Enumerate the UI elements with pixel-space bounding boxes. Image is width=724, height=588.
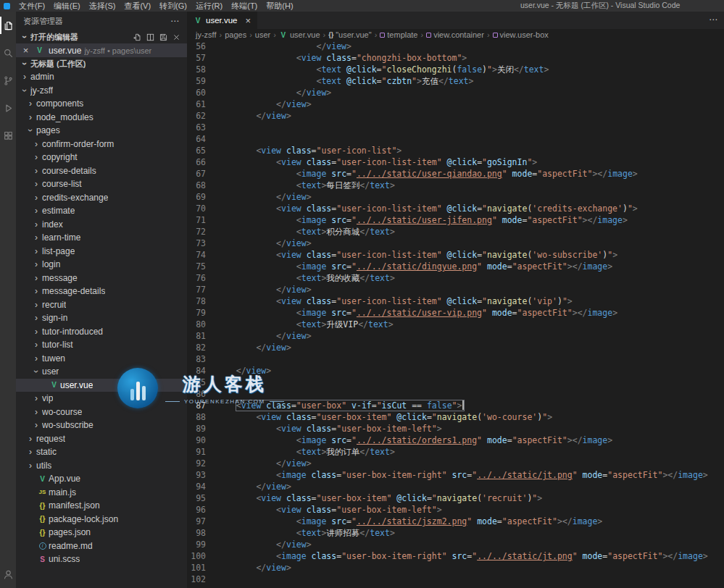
tree-item-learn-time[interactable]: ›learn-time [16, 231, 187, 245]
explorer-icon[interactable] [0, 12, 16, 39]
code-line-98[interactable]: 98 <text>讲师招募</text> [187, 527, 724, 539]
code-line-65[interactable]: 65 <view class="user-icon-list"> [187, 145, 724, 156]
menu-item[interactable]: 终端(T) [227, 1, 262, 12]
code-line-70[interactable]: 70 <view class="user-icon-list-item" @cl… [187, 203, 724, 214]
menu-item[interactable]: 查看(V) [120, 1, 155, 12]
code-line-75[interactable]: 75 <image src="../../static/dingyue.png"… [187, 261, 724, 272]
menu-item[interactable]: 编辑(E) [49, 1, 85, 12]
code-line-59[interactable]: 59 <text @click="czbtn">充值</text> [187, 75, 724, 87]
code-line-82[interactable]: 82 </view> [187, 342, 724, 353]
tree-item-tuwen[interactable]: ›tuwen [16, 352, 187, 366]
new-file-icon[interactable] [132, 32, 142, 42]
code-line-93[interactable]: 93 <image class="user-box-item-right" sr… [187, 469, 724, 481]
code-line-78[interactable]: 78 <view class="user-icon-list-item" @cl… [187, 295, 724, 307]
tree-item-estimate[interactable]: ›estimate [16, 204, 187, 218]
code-line-58[interactable]: 58 <text @click="closeChongzhi(false)">关… [187, 64, 724, 75]
breadcrumb-item[interactable]: jy-zsff [196, 30, 217, 39]
code-line-68[interactable]: 68 <text>每日签到</text> [187, 180, 724, 191]
code-line-91[interactable]: 91 <text>我的订单</text> [187, 446, 724, 458]
tree-item-wo-subscribe[interactable]: ›wo-subscribe [16, 419, 187, 432]
close-all-editors-icon[interactable] [171, 32, 181, 42]
save-all-icon[interactable] [158, 32, 168, 42]
tree-item-sign-in[interactable]: ›sign-in [16, 311, 187, 325]
code-line-62[interactable]: 62 </view> [187, 110, 724, 122]
code-line-61[interactable]: 61 </view> [187, 98, 724, 110]
source-control-icon[interactable] [0, 67, 16, 94]
code-line-79[interactable]: 79 <image src="../../static/user-vip.png… [187, 307, 724, 319]
menu-item[interactable]: 转到(G) [155, 1, 191, 12]
breadcrumb-item[interactable]: user [255, 30, 270, 39]
tree-item-readme.md[interactable]: ireadme.md [16, 539, 187, 553]
code-line-90[interactable]: 90 <image src="../../static/orders1.png"… [187, 434, 724, 446]
code-line-74[interactable]: 74 <view class="user-icon-list-item" @cl… [187, 249, 724, 261]
code-line-92[interactable]: 92 </view> [187, 458, 724, 469]
tree-item-confirm-order-form[interactable]: ›confirm-order-form [16, 138, 187, 151]
code-line-66[interactable]: 66 <view class="user-icon-list-item" @cl… [187, 156, 724, 168]
tree-item-message[interactable]: ›message [16, 272, 187, 285]
search-icon[interactable] [0, 39, 16, 67]
code-line-71[interactable]: 71 <image src="../../static/user-jifen.p… [187, 214, 724, 226]
code-line-57[interactable]: 57 <view class="chongzhi-box-bottom"> [187, 52, 724, 64]
breadcrumb-item[interactable]: template [380, 30, 417, 39]
close-icon[interactable]: × [21, 46, 30, 55]
tree-item-manifest.json[interactable]: {}manifest.json [16, 499, 187, 513]
tree-item-tutor-introduced[interactable]: ›tutor-introduced [16, 325, 187, 339]
tree-item-uni.scss[interactable]: Suni.scss [16, 553, 187, 566]
code-line-88[interactable]: 88 <view class="user-box-item" @click="n… [187, 411, 724, 423]
more-actions-icon[interactable]: ⋯ [170, 16, 180, 26]
tree-item-utils[interactable]: ›utils [16, 459, 187, 473]
tree-item-course-details[interactable]: ›course-details [16, 164, 187, 178]
code-line-56[interactable]: 56 </view> [187, 41, 724, 52]
breadcrumb-item[interactable]: view.container [426, 30, 484, 39]
code-line-69[interactable]: 69 </view> [187, 191, 724, 203]
code-line-97[interactable]: 97 <image src="../../static/jszm2.png" m… [187, 516, 724, 527]
tree-item-recruit[interactable]: ›recruit [16, 298, 187, 312]
code-line-100[interactable]: 100 <image class="user-box-item-right" s… [187, 550, 724, 562]
tree-item-message-details[interactable]: ›message-details [16, 285, 187, 298]
menu-item[interactable]: 帮助(H) [262, 1, 297, 12]
run-debug-icon[interactable] [0, 94, 16, 122]
tree-item-jy-zsff[interactable]: ›jy-zsff [16, 84, 187, 98]
breadcrumb-item[interactable]: Vuser.vue [279, 30, 320, 39]
tree-item-request[interactable]: ›request [16, 432, 187, 446]
tree-item-pages.json[interactable]: {}pages.json [16, 526, 187, 539]
tree-item-login[interactable]: ›login [16, 258, 187, 272]
code-line-89[interactable]: 89 <view class="user-box-item-left"> [187, 423, 724, 434]
tree-item-list-page[interactable]: ›list-page [16, 245, 187, 259]
menu-item[interactable]: 选择(S) [85, 1, 120, 12]
code-line-99[interactable]: 99 </view> [187, 539, 724, 550]
code-line-67[interactable]: 67 <image src="../../static/user-qiandao… [187, 168, 724, 180]
code-line-96[interactable]: 96 <view class="user-box-item-left"> [187, 504, 724, 516]
code-line-80[interactable]: 80 <text>升级VIP</text> [187, 319, 724, 330]
breadcrumb-item[interactable]: pages [225, 30, 246, 39]
code-line-94[interactable]: 94 </view> [187, 481, 724, 492]
toggle-vertical-layout-icon[interactable] [145, 32, 155, 42]
code-line-76[interactable]: 76 <text>我的收藏</text> [187, 272, 724, 284]
tree-item-tutor-list[interactable]: ›tutor-list [16, 338, 187, 352]
breadcrumb-item[interactable]: {}"user.vue" [328, 30, 371, 39]
open-editors-section[interactable]: › 打开的编辑器 [16, 30, 187, 43]
code-line-73[interactable]: 73 </view> [187, 238, 724, 249]
tree-item-node-modules[interactable]: ›node_modules [16, 111, 187, 125]
breadcrumb-item[interactable]: view.user-box [493, 30, 549, 39]
tree-item-pages[interactable]: ›pages [16, 124, 187, 138]
code-area[interactable]: 56 </view>57 <view class="chongzhi-box-b… [187, 41, 724, 588]
close-icon[interactable]: × [245, 15, 251, 26]
menu-item[interactable]: 运行(R) [191, 1, 227, 12]
tree-item-credits-exchange[interactable]: ›credits-exchange [16, 191, 187, 205]
tree-item-course-list[interactable]: ›course-list [16, 177, 187, 191]
tree-item-index[interactable]: ›index [16, 218, 187, 232]
tree-item-components[interactable]: ›components [16, 97, 187, 111]
extensions-icon[interactable] [0, 122, 16, 149]
open-editor-item[interactable]: ×Vuser.vuejy-zsff • pages\user [16, 43, 187, 57]
tree-item-admin[interactable]: ›admin [16, 70, 187, 84]
editor-actions-icon[interactable]: ⋯ [709, 14, 718, 25]
tree-item-main.js[interactable]: JSmain.js [16, 486, 187, 500]
code-line-64[interactable]: 64 [187, 133, 724, 145]
account-icon[interactable] [0, 560, 16, 588]
code-line-72[interactable]: 72 <text>积分商城</text> [187, 226, 724, 238]
code-line-63[interactable]: 63 [187, 122, 724, 133]
tree-item-copyright[interactable]: ›copyright [16, 151, 187, 164]
tab-user-vue[interactable]: V user.vue × [187, 12, 258, 29]
tree-item-app.vue[interactable]: VApp.vue [16, 472, 187, 486]
